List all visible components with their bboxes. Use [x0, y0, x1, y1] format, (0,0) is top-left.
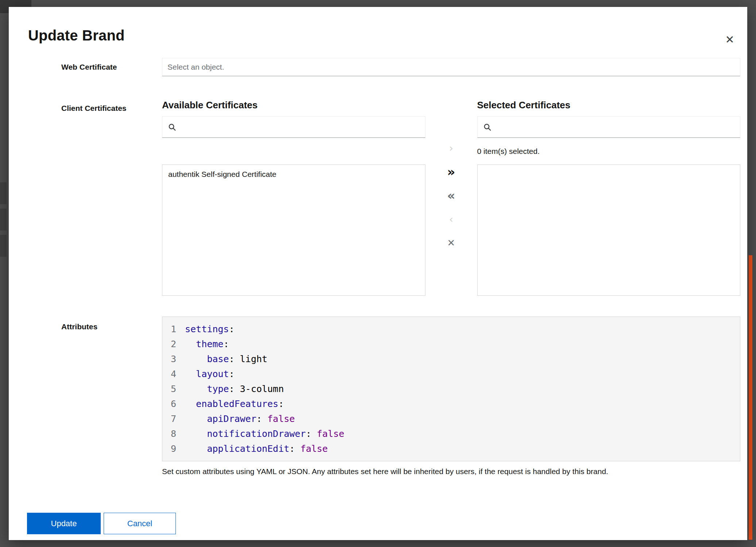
web-certificate-label: Web Certificate — [61, 63, 162, 71]
selected-heading: Selected Certificates — [477, 100, 741, 110]
code-line: layout: — [185, 366, 740, 381]
code-line: applicationEdit: false — [185, 441, 740, 456]
modal-title: Update Brand — [28, 27, 125, 44]
code-line-numbers: 123456789 — [162, 317, 181, 461]
update-button[interactable]: Update — [27, 513, 101, 534]
code-line: settings: — [185, 322, 740, 337]
available-search-box — [162, 116, 425, 138]
client-certificates-row: Client Certificates Available Certificat… — [9, 100, 747, 296]
line-number: 5 — [162, 381, 176, 396]
line-number: 4 — [162, 366, 176, 381]
web-certificate-row: Web Certificate — [9, 58, 747, 76]
selected-search-input[interactable] — [496, 123, 734, 132]
attributes-field: 123456789 settings: theme: base: light l… — [162, 317, 740, 477]
line-number: 9 — [162, 441, 176, 456]
transfer-move-all-left-button[interactable]: « — [440, 186, 463, 206]
code-line: notificationDrawer: false — [185, 426, 740, 441]
transfer-move-selected-right-button[interactable]: › — [440, 138, 463, 158]
page-accent-bar — [749, 255, 752, 540]
attributes-row: Attributes 123456789 settings: theme: ba… — [9, 317, 747, 477]
available-heading: Available Certificates — [162, 100, 425, 110]
dual-list-selector: Available Certificates authentik Self-si… — [162, 100, 740, 296]
line-number: 3 — [162, 352, 176, 366]
list-item[interactable]: authentik Self-signed Certificate — [162, 165, 425, 184]
line-number: 8 — [162, 426, 176, 441]
attributes-code-editor[interactable]: 123456789 settings: theme: base: light l… — [162, 317, 740, 461]
backdrop-artifact — [0, 182, 7, 204]
search-icon — [168, 123, 176, 131]
available-search-input[interactable] — [181, 123, 419, 132]
client-certificates-label: Client Certificates — [61, 100, 162, 113]
code-line: apiDrawer: false — [185, 411, 740, 426]
selected-status-row: 0 item(s) selected. — [477, 138, 741, 164]
selected-search-box — [477, 116, 741, 138]
code-line: theme: — [185, 337, 740, 352]
selected-count-status: 0 item(s) selected. — [477, 147, 540, 156]
backdrop-artifact — [0, 209, 7, 230]
close-icon[interactable]: ✕ — [722, 32, 737, 47]
transfer-move-all-right-button[interactable]: » — [440, 162, 463, 182]
code-line: base: light — [185, 352, 740, 366]
selected-list[interactable] — [477, 164, 741, 296]
available-list-gap — [162, 138, 425, 164]
attributes-help-text: Set custom attributes using YAML or JSON… — [162, 466, 740, 477]
modal-footer: Update Cancel — [27, 513, 176, 534]
attributes-label: Attributes — [61, 317, 162, 331]
backdrop-artifact — [0, 235, 7, 257]
line-number: 6 — [162, 396, 176, 411]
line-number: 1 — [162, 322, 176, 337]
code-line: enabledFeatures: — [185, 396, 740, 411]
selected-pane: Selected Certificates 0 item(s) selected… — [477, 100, 741, 296]
update-brand-modal: Update Brand ✕ Web Certificate Client Ce… — [9, 7, 747, 540]
available-list[interactable]: authentik Self-signed Certificate — [162, 164, 425, 296]
search-icon — [483, 123, 491, 131]
line-number: 2 — [162, 337, 176, 352]
code-content[interactable]: settings: theme: base: light layout: typ… — [181, 317, 740, 461]
transfer-controls: ›»«‹✕ — [425, 100, 477, 296]
available-pane: Available Certificates authentik Self-si… — [162, 100, 425, 296]
transfer-move-selected-left-button[interactable]: ‹ — [440, 209, 463, 229]
code-line: type: 3-column — [185, 381, 740, 396]
cancel-button[interactable]: Cancel — [104, 513, 176, 534]
line-number: 7 — [162, 411, 176, 426]
web-certificate-select[interactable] — [162, 58, 740, 76]
transfer-clear-selection-button[interactable]: ✕ — [440, 233, 463, 253]
update-brand-form: Web Certificate Client Certificates Avai… — [9, 58, 747, 477]
